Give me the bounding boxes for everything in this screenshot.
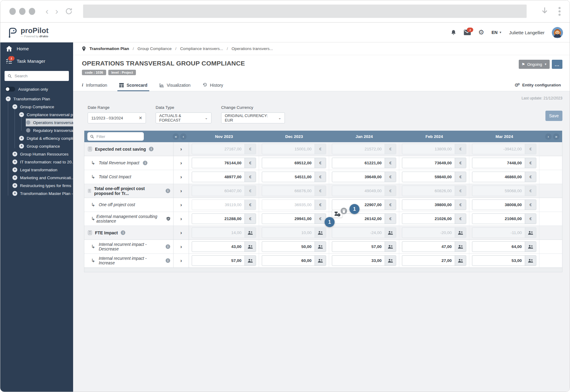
- scorecard-cell-input[interactable]: 47,00: [402, 241, 466, 252]
- info-icon[interactable]: i: [149, 147, 153, 151]
- sidebar-tree-item[interactable]: +Group Human Ressources: [12, 150, 73, 158]
- annotation-marker[interactable]: 1: [349, 204, 359, 214]
- download-icon[interactable]: [541, 7, 548, 16]
- sidebar-item-home[interactable]: Home: [0, 42, 73, 55]
- more-actions-button[interactable]: ...: [552, 60, 562, 69]
- sidebar-item-task-manager[interactable]: 1 Task Manager: [0, 55, 73, 67]
- sidebar-tree-item[interactable]: +Transformation Master Plan -...: [12, 189, 73, 197]
- sidebar-tree-item[interactable]: +Group compliance: [19, 142, 73, 150]
- scorecard-cell-input[interactable]: 48977,00€: [192, 172, 256, 182]
- expand-icon[interactable]: +: [12, 191, 17, 196]
- table-filter-input[interactable]: Filter: [87, 132, 144, 141]
- propilot-logo[interactable]: proPilot — Powered by dFakto: [7, 27, 49, 38]
- window-control-dot[interactable]: [19, 8, 25, 15]
- assignation-toggle[interactable]: [5, 87, 15, 92]
- tab-scorecard[interactable]: Scorecard: [119, 79, 147, 91]
- info-icon[interactable]: i: [166, 258, 170, 263]
- sidebar-tree-item[interactable]: +Legal transformation: [12, 166, 73, 174]
- expand-icon[interactable]: +: [12, 175, 17, 180]
- scorecard-cell-input[interactable]: 33,00: [332, 255, 396, 266]
- scorecard-cell-input[interactable]: 7448,00€: [472, 158, 536, 168]
- scorecard-cell-input[interactable]: 27,00: [402, 255, 466, 266]
- expand-row-chevron[interactable]: ›: [174, 142, 189, 156]
- save-button[interactable]: Save: [545, 111, 562, 121]
- scorecard-cell-input[interactable]: 59840,00€: [402, 172, 466, 182]
- tab-visualization[interactable]: Visualization: [160, 79, 191, 91]
- scorecard-cell-input[interactable]: 54511,00€: [262, 172, 326, 182]
- browser-back-icon[interactable]: ‹: [46, 7, 49, 16]
- sidebar-tree-item[interactable]: +IT transformation: road to 20...: [12, 158, 73, 166]
- scroll-next-icon[interactable]: ›: [545, 133, 551, 140]
- avatar[interactable]: [552, 27, 563, 38]
- user-name[interactable]: Juliette Langellier: [509, 30, 545, 35]
- settings-gear-icon[interactable]: ⚙: [478, 29, 484, 36]
- scorecard-cell-input[interactable]: 46860,00€: [472, 172, 536, 182]
- expand-icon[interactable]: +: [12, 167, 17, 172]
- sidebar-tree-item[interactable]: +Restructuring types for firms: [12, 182, 73, 189]
- expand-icon[interactable]: +: [12, 152, 17, 156]
- expand-row-chevron[interactable]: ›: [174, 226, 189, 240]
- scorecard-cell-input[interactable]: 64,00: [472, 241, 536, 252]
- sidebar-tree-item[interactable]: Operations transversal ...: [26, 119, 73, 126]
- expand-row-chevron[interactable]: ›: [174, 254, 189, 268]
- expand-row-chevron[interactable]: ›: [174, 240, 189, 254]
- breadcrumb-item[interactable]: Operations transvers...: [231, 46, 273, 51]
- expand-row-chevron[interactable]: ›: [174, 212, 189, 226]
- clear-icon[interactable]: ✕: [139, 116, 142, 120]
- data-type-select[interactable]: ACTUALS & FORECAST ⌄: [156, 112, 211, 123]
- scorecard-cell-input[interactable]: 61221,00€: [332, 158, 396, 168]
- scorecard-cell-input[interactable]: 76144,00€: [192, 158, 256, 168]
- annotation-marker[interactable]: 1: [325, 217, 335, 227]
- expand-icon[interactable]: +: [19, 144, 24, 149]
- language-selector[interactable]: EN▼: [491, 30, 502, 35]
- scorecard-cell-input[interactable]: 69512,00€: [262, 158, 326, 168]
- sidebar-tree-item[interactable]: −Compliance transversal pr...: [19, 111, 73, 119]
- scorecard-cell-input[interactable]: 21026,00€: [402, 213, 466, 224]
- scorecard-cell-input[interactable]: 50,00: [262, 241, 326, 252]
- expand-icon[interactable]: +: [12, 183, 17, 188]
- scorecard-cell-input[interactable]: 53,00: [472, 255, 536, 266]
- expand-icon[interactable]: +: [19, 136, 24, 141]
- scorecard-cell-input[interactable]: 29941,00€: [262, 213, 326, 224]
- browser-forward-icon[interactable]: ›: [55, 7, 58, 16]
- browser-refresh-icon[interactable]: [65, 7, 73, 16]
- scorecard-cell-input[interactable]: 60,00: [262, 255, 326, 266]
- delete-button[interactable]: [341, 208, 347, 214]
- scroll-first-icon[interactable]: «: [173, 133, 179, 140]
- scorecard-cell-input[interactable]: 57,00: [332, 241, 396, 252]
- sidebar-tree-item[interactable]: +Marketing and Communicati...: [12, 174, 73, 182]
- messages-icon[interactable]: 1: [464, 30, 471, 35]
- currency-select[interactable]: ORIGINAL CURRENCY: EUR ⌄: [221, 112, 285, 123]
- date-range-input[interactable]: 11/2023 - 03/2024 ✕: [88, 112, 146, 123]
- expand-icon[interactable]: +: [12, 159, 17, 164]
- info-icon[interactable]: i: [121, 230, 125, 235]
- sidebar-search-input[interactable]: Search: [5, 71, 69, 81]
- tab-information[interactable]: i Information: [82, 79, 107, 91]
- collapse-icon[interactable]: −: [6, 96, 11, 101]
- breadcrumb-item[interactable]: Transformation Plan: [89, 46, 129, 51]
- browser-menu-icon[interactable]: [558, 7, 561, 16]
- sidebar-tree-item[interactable]: +Digital & efficiency compli...: [19, 134, 73, 142]
- tab-history[interactable]: History: [203, 79, 223, 91]
- scorecard-cell-input[interactable]: 43,00: [192, 241, 256, 252]
- scroll-prev-icon[interactable]: ‹: [180, 133, 187, 140]
- info-icon[interactable]: i: [166, 244, 170, 249]
- expand-row-chevron[interactable]: ›: [174, 198, 189, 212]
- window-control-dot[interactable]: [9, 8, 16, 15]
- collapse-icon[interactable]: −: [19, 112, 24, 117]
- collapse-icon[interactable]: −: [12, 104, 17, 109]
- notifications-bell-icon[interactable]: [450, 29, 457, 36]
- scorecard-cell-input[interactable]: 21060,00€: [472, 213, 536, 224]
- scorecard-cell-input[interactable]: 39649,00€: [332, 172, 396, 182]
- status-dropdown-button[interactable]: ⚑ Ongoing ▼: [519, 60, 550, 69]
- expand-row-chevron[interactable]: ›: [174, 156, 189, 170]
- breadcrumb-item[interactable]: Group Compliance: [137, 46, 172, 51]
- info-icon[interactable]: i: [166, 189, 170, 193]
- scorecard-cell-input[interactable]: 39800,00€: [402, 199, 466, 210]
- expand-row-chevron[interactable]: ›: [174, 170, 189, 184]
- scorecard-cell-input[interactable]: 38008,00€: [472, 199, 536, 210]
- expand-row-chevron[interactable]: ›: [174, 184, 189, 198]
- address-bar[interactable]: [83, 5, 527, 18]
- entity-configuration-button[interactable]: ⚙⚙ Entity configuration: [514, 83, 561, 88]
- table-scrollbar-track[interactable]: [84, 268, 562, 272]
